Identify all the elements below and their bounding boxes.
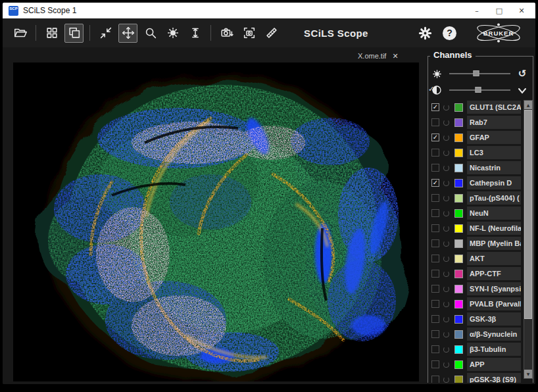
channel-visibility-checkbox[interactable]: ✓ [431,179,439,187]
maximize-button[interactable]: □ [488,3,510,18]
channel-color-swatch[interactable] [454,285,463,293]
channel-color-swatch[interactable] [454,209,463,218]
channel-color-swatch[interactable] [454,134,463,142]
channel-color-swatch[interactable] [454,194,463,203]
channel-visibility-checkbox[interactable]: ✓ [431,103,439,111]
channel-visibility-checkbox[interactable]: ✓ [431,376,439,383]
channel-visibility-checkbox[interactable]: ✓ [431,300,439,308]
channel-solo-toggle[interactable] [443,150,449,156]
chevron-down-icon[interactable] [516,85,529,96]
channel-visibility-checkbox[interactable]: ✓ [431,285,439,293]
open-file-button[interactable] [11,24,30,43]
channel-color-swatch[interactable] [454,149,463,157]
channel-row[interactable]: ✓ SYN-I (Syanpsi [428,282,530,296]
minimize-button[interactable]: – [466,3,488,18]
channel-solo-toggle[interactable] [443,347,449,353]
channel-solo-toggle[interactable] [443,301,449,307]
contrast-slider-handle[interactable] [475,87,481,93]
channel-solo-toggle[interactable] [443,226,449,232]
channel-visibility-checkbox[interactable]: ✓ [431,315,439,323]
channel-visibility-checkbox[interactable]: ✓ [431,360,439,368]
scrollbar-thumb[interactable] [524,110,532,319]
channel-visibility-checkbox[interactable]: ✓ [431,209,439,217]
channel-visibility-checkbox[interactable]: ✓ [431,239,439,247]
channel-row[interactable]: ✓ NF-L (Neurofila [428,221,530,235]
channel-row[interactable]: ✓ Cathepsin D [428,176,530,190]
reset-icon[interactable]: ↺ [516,68,529,80]
channel-row[interactable]: ✓ pTau-(pS404) ( [428,191,530,205]
channel-color-swatch[interactable] [454,345,463,354]
tab-close-icon[interactable]: ✕ [392,52,398,61]
channel-solo-toggle[interactable] [443,165,449,171]
channel-color-swatch[interactable] [454,255,463,263]
channel-visibility-checkbox[interactable]: ✓ [431,164,439,172]
capture-region-button[interactable] [239,24,258,43]
channel-row[interactable]: ✓ AKT [428,251,530,266]
levels-tool-button[interactable] [185,24,205,43]
channel-row[interactable]: ✓ LC3 [428,145,530,160]
channel-visibility-checkbox[interactable]: ✓ [431,134,439,141]
channel-visibility-checkbox[interactable]: ✓ [431,224,439,232]
channel-color-swatch[interactable] [454,224,463,233]
channel-row[interactable]: ✓ Nicastrin [428,160,530,175]
channel-color-swatch[interactable] [454,179,463,187]
channel-color-swatch[interactable] [454,103,463,112]
channel-color-swatch[interactable] [454,164,463,172]
channel-row[interactable]: ✓ GFAP [428,130,530,145]
close-button[interactable]: ✕ [510,3,533,18]
brightness-slider[interactable] [449,73,510,74]
channel-solo-toggle[interactable] [443,362,449,368]
channel-color-swatch[interactable] [454,118,463,127]
channel-visibility-checkbox[interactable]: ✓ [431,345,439,353]
channel-color-swatch[interactable] [454,330,463,339]
channel-row[interactable]: ✓ pGSK-3β (S9) [428,372,530,383]
channel-solo-toggle[interactable] [443,135,449,141]
channel-row[interactable]: ✓ α/β-Synuclein [428,327,530,341]
scroll-up-button[interactable]: ▲ [524,101,532,109]
channel-row[interactable]: ✓ β3-Tubulin [428,342,530,356]
scroll-down-button[interactable]: ▼ [524,370,532,378]
channel-color-swatch[interactable] [454,376,463,383]
help-button[interactable]: ? [443,26,456,40]
brightness-slider-handle[interactable] [473,70,479,76]
title-bar[interactable]: SCP SCiLS Scope 1 – □ ✕ [3,3,535,18]
channel-solo-toggle[interactable] [443,331,449,337]
channel-row[interactable]: ✓ Rab7 [428,115,530,130]
zoom-tool-button[interactable] [141,24,160,43]
channel-solo-toggle[interactable] [443,241,449,247]
channel-row[interactable]: ✓ NeuN [428,206,530,220]
channel-visibility-checkbox[interactable]: ✓ [431,270,439,278]
channel-visibility-checkbox[interactable]: ✓ [431,118,439,126]
channel-row[interactable]: ✓ MBP (Myelin Ba [428,236,530,251]
channel-solo-toggle[interactable] [443,271,449,277]
channel-color-swatch[interactable] [454,360,463,369]
channel-solo-toggle[interactable] [443,316,449,322]
channel-row[interactable]: ✓ GLUT1 (SLC2A1 [428,100,530,114]
channel-solo-toggle[interactable] [443,195,449,201]
channel-row[interactable]: ✓ GSK-3β [428,312,530,326]
channel-solo-toggle[interactable] [443,377,449,383]
channel-solo-toggle[interactable] [443,120,449,126]
channel-color-swatch[interactable] [454,270,463,278]
channel-visibility-checkbox[interactable]: ✓ [431,194,439,202]
tab-x-ome-tif[interactable]: X.ome.tif ✕ [358,50,399,62]
channel-visibility-checkbox[interactable]: ✓ [431,255,439,262]
image-viewport[interactable] [13,62,419,381]
channel-list-scrollbar[interactable]: ▲ ▼ [524,100,533,379]
channel-solo-toggle[interactable] [443,180,449,186]
tile-view-button[interactable] [42,24,61,43]
measure-tool-button[interactable] [262,24,281,43]
channel-solo-toggle[interactable] [443,286,449,292]
channel-row[interactable]: ✓ APP-CTF [428,266,530,281]
layers-view-button[interactable] [64,24,84,43]
settings-button[interactable] [416,24,435,43]
channel-solo-toggle[interactable] [443,105,449,110]
channel-color-swatch[interactable] [454,239,463,248]
channel-color-swatch[interactable] [454,315,463,324]
fit-to-screen-button[interactable] [96,24,115,43]
channel-color-swatch[interactable] [454,300,463,308]
channel-solo-toggle[interactable] [443,256,449,262]
export-snapshot-button[interactable] [217,24,236,43]
contrast-slider[interactable] [449,89,510,91]
channel-visibility-checkbox[interactable]: ✓ [431,330,439,338]
